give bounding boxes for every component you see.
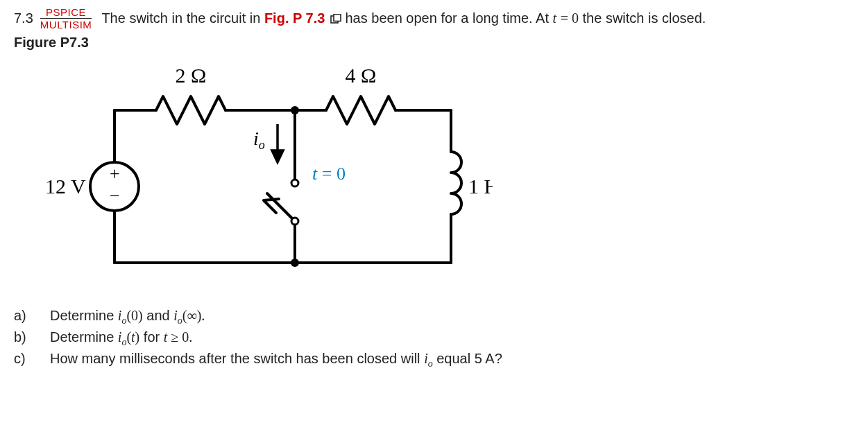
figure-link[interactable]: Fig. P 7.3 xyxy=(264,10,346,26)
question-list: a) Determine io(0) and io(∞). b) Determi… xyxy=(14,308,854,370)
problem-header: 7.3 PSPICE MULTISIM The switch in the ci… xyxy=(14,7,854,31)
svg-point-17 xyxy=(291,180,298,186)
intro-eq-t: t xyxy=(553,10,557,26)
question-b: b) Determine io(t) for t ≥ 0. xyxy=(14,329,854,348)
source-label: 12 V xyxy=(45,175,86,198)
question-b-label: b) xyxy=(14,329,31,345)
qa-pre: Determine xyxy=(50,308,118,323)
qc-pre: How many milliseconds after the switch h… xyxy=(50,351,424,366)
tool-bot: MULTISIM xyxy=(40,18,92,31)
qb-io: io xyxy=(118,329,127,345)
figure-link-text: Fig. P 7.3 xyxy=(264,10,325,26)
new-window-icon xyxy=(330,11,341,27)
source-minus: − xyxy=(110,186,120,206)
intro-post: the switch is closed. xyxy=(583,10,706,26)
intro-mid: has been open for a long time. At xyxy=(345,10,552,26)
qa-and: and xyxy=(146,308,173,323)
qa-io1: io xyxy=(118,308,127,323)
qb-io-arg: (t) xyxy=(126,329,139,345)
qb-pre: Determine xyxy=(50,329,118,345)
svg-point-18 xyxy=(291,218,298,225)
question-b-text: Determine io(t) for t ≥ 0. xyxy=(50,329,192,348)
question-c-text: How many milliseconds after the switch h… xyxy=(50,351,502,370)
qa-io2: io xyxy=(173,308,182,323)
problem-statement: The switch in the circuit in Fig. P 7.3 … xyxy=(101,10,706,27)
intro-pre: The switch in the circuit in xyxy=(101,10,264,26)
intro-eq-rest: = 0 xyxy=(561,10,579,26)
r2-label: 4 Ω xyxy=(346,64,377,87)
source-plus: + xyxy=(110,164,120,184)
figure-label: Figure P7.3 xyxy=(14,35,854,51)
svg-rect-1 xyxy=(334,14,341,21)
question-c-label: c) xyxy=(14,351,31,367)
inductor-label: 1 H xyxy=(468,175,493,198)
io-label: io xyxy=(253,128,265,152)
qc-post: equal 5 A? xyxy=(436,351,502,366)
tool-top: PSPICE xyxy=(46,7,86,18)
problem-number: 7.3 xyxy=(14,10,33,26)
question-a-text: Determine io(0) and io(∞). xyxy=(50,308,205,327)
qb-cond: t ≥ 0. xyxy=(164,329,193,345)
r1-label: 2 Ω xyxy=(176,64,207,87)
question-a-label: a) xyxy=(14,308,31,324)
svg-point-15 xyxy=(291,106,299,114)
circuit-diagram: 2 Ω 4 Ω 12 V 1 H + − io t = 0 xyxy=(21,55,854,280)
question-a: a) Determine io(0) and io(∞). xyxy=(14,308,854,327)
qa-io1-arg: (0) xyxy=(126,308,142,323)
question-c: c) How many milliseconds after the switc… xyxy=(14,351,854,370)
svg-point-16 xyxy=(291,259,299,267)
qc-io: io xyxy=(424,351,433,366)
qa-io2-arg: (∞). xyxy=(182,308,205,323)
switch-time-label: t = 0 xyxy=(312,164,346,184)
svg-marker-20 xyxy=(272,150,283,162)
tool-badge: PSPICE MULTISIM xyxy=(40,7,92,31)
qb-for: for xyxy=(144,329,164,345)
